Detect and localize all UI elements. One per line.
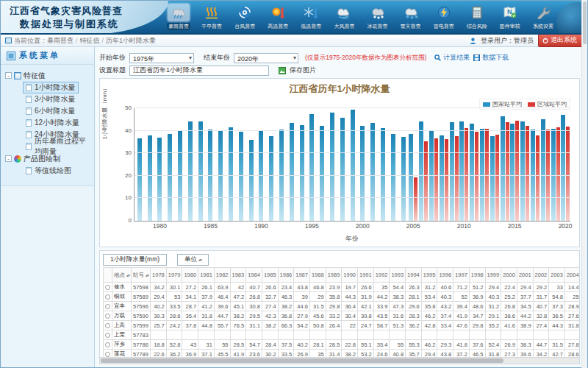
tree-item-6小时降水量[interactable]: 6小时降水量 bbox=[23, 105, 79, 117]
toolbar-item-calculator[interactable]: 综合风险 bbox=[462, 2, 492, 30]
vertical-scrollbar[interactable] bbox=[581, 0, 587, 368]
dataset-selector[interactable]: 1小时降水量(mm) bbox=[103, 254, 167, 266]
bar-regional-2019 bbox=[556, 127, 560, 221]
bar-group-2005[interactable] bbox=[409, 108, 419, 221]
calculate-button[interactable]: 计算结果 bbox=[434, 53, 470, 63]
expander-icon[interactable]: - bbox=[5, 72, 12, 79]
breadcrumb-item[interactable]: 历年1小时降水量 bbox=[106, 37, 156, 44]
bar-group-2003[interactable] bbox=[388, 108, 398, 221]
bar-group-1978[interactable] bbox=[135, 108, 145, 221]
logout-button[interactable]: 退出系统 bbox=[538, 34, 583, 47]
bar-group-1990[interactable] bbox=[257, 108, 267, 221]
toolbar-item-lightning[interactable]: 雷电普查 bbox=[429, 2, 459, 30]
bar-group-2011[interactable] bbox=[469, 108, 479, 221]
bar-group-2015[interactable] bbox=[509, 108, 520, 221]
bar-group-1989[interactable] bbox=[246, 108, 257, 221]
unit-selector[interactable]: 单位▴▾ bbox=[177, 254, 209, 266]
bar-group-1980[interactable] bbox=[155, 108, 165, 221]
row-radio-button[interactable] bbox=[105, 352, 110, 357]
bar-group-2007[interactable] bbox=[429, 108, 439, 221]
toolbar-item-typhoon[interactable]: 台风普查 bbox=[230, 2, 259, 30]
horizontal-scrollbar[interactable] bbox=[100, 357, 579, 364]
expander-icon[interactable]: - bbox=[5, 155, 12, 162]
bar-group-2001[interactable] bbox=[368, 108, 378, 221]
sort-icon[interactable]: ▴▾ bbox=[146, 273, 148, 277]
row-radio-button[interactable] bbox=[105, 285, 110, 290]
bar-group-1983[interactable] bbox=[185, 108, 196, 221]
tree-item-等值线绘图[interactable]: 等值线绘图 bbox=[23, 165, 74, 177]
row-radio-button[interactable] bbox=[105, 333, 110, 338]
bar-group-2013[interactable] bbox=[490, 108, 500, 221]
download-button[interactable]: 数据下载 bbox=[473, 53, 509, 63]
bar-group-2008[interactable] bbox=[439, 108, 449, 221]
bar-group-1985[interactable] bbox=[206, 108, 216, 221]
bar-group-1994[interactable] bbox=[297, 108, 307, 221]
bar-group-1996[interactable] bbox=[317, 108, 327, 221]
bar-group-1988[interactable] bbox=[236, 108, 246, 221]
bar-group-2016[interactable] bbox=[520, 108, 530, 221]
bar-group-2012[interactable] bbox=[479, 108, 490, 221]
bar-group-1984[interactable] bbox=[196, 108, 206, 221]
row-radio-button[interactable] bbox=[105, 314, 110, 319]
toolbar-item-hot[interactable]: 高温普查 bbox=[263, 2, 293, 30]
toolbar-item-heat[interactable]: 干旱普查 bbox=[197, 2, 226, 30]
bar-group-2010[interactable] bbox=[459, 108, 470, 221]
breadcrumb-item[interactable]: 特征值 bbox=[80, 37, 100, 44]
value-cell: 33.5 bbox=[166, 302, 182, 311]
tree-item-1小时降水量[interactable]: 1小时降水量 bbox=[23, 82, 79, 93]
bar-group-1981[interactable] bbox=[165, 108, 175, 221]
bar-group-2002[interactable] bbox=[378, 108, 388, 221]
toolbar-item-cold[interactable]: 低温普查 bbox=[296, 2, 326, 30]
main-content: 开始年份 1975年 结束年份 2020年 (仅显示1975-2020年数据作为… bbox=[95, 47, 587, 367]
bar-group-2000[interactable] bbox=[358, 108, 368, 221]
sort-icon[interactable]: ▴▾ bbox=[126, 273, 129, 277]
start-year-select[interactable]: 1975年 bbox=[129, 53, 194, 63]
bar-group-1995[interactable] bbox=[307, 108, 318, 221]
tree-item-历年暴雨过程平均雨量[interactable]: 历年暴雨过程平均雨量 bbox=[23, 141, 91, 152]
bar-national-2020 bbox=[561, 115, 565, 221]
row-radio-button[interactable] bbox=[105, 323, 110, 328]
station-column-header[interactable]: 站号▴▾ bbox=[132, 268, 151, 283]
toolbar-item-map[interactable]: N图件审核 bbox=[495, 2, 525, 30]
bar-group-1987[interactable] bbox=[226, 108, 236, 221]
bar-group-1986[interactable] bbox=[215, 108, 226, 221]
breadcrumb-item[interactable]: 暴雨普查 bbox=[47, 37, 74, 44]
row-radio-button[interactable] bbox=[105, 304, 110, 309]
save-image-button[interactable]: 保存图片 bbox=[290, 66, 316, 75]
bar-group-1979[interactable] bbox=[145, 108, 155, 221]
bar-group-1997[interactable] bbox=[327, 108, 337, 221]
bar-group-1991[interactable] bbox=[266, 108, 276, 221]
row-radio-button[interactable] bbox=[105, 342, 110, 347]
bar-group-2009[interactable] bbox=[449, 108, 459, 221]
bar-national-1983 bbox=[188, 121, 193, 221]
chart-title-input[interactable] bbox=[129, 66, 269, 76]
bar-group-2018[interactable] bbox=[540, 108, 551, 221]
tree-group-0[interactable]: -特征值 bbox=[5, 69, 91, 82]
bar-group-2017[interactable] bbox=[530, 108, 540, 221]
tree-item-3小时降水量[interactable]: 3小时降水量 bbox=[23, 93, 79, 105]
bar-group-2014[interactable] bbox=[500, 108, 510, 221]
toolbar-item-snow[interactable]: ❄❄❄雪灾普查 bbox=[396, 2, 426, 30]
vscrollbar-thumb[interactable] bbox=[583, 1, 587, 44]
bar-group-2019[interactable] bbox=[551, 108, 561, 221]
end-year-select[interactable]: 2020年 bbox=[234, 53, 298, 63]
tree-item-12小时降水量[interactable]: 12小时降水量 bbox=[23, 117, 82, 129]
scrollbar-thumb[interactable] bbox=[101, 358, 503, 363]
bar-group-1999[interactable] bbox=[348, 108, 358, 221]
bar-group-2006[interactable] bbox=[418, 108, 429, 221]
bar-group-2020[interactable] bbox=[560, 108, 570, 221]
bar-group-1998[interactable] bbox=[337, 108, 348, 221]
place-column-header[interactable]: 地点▴▾ bbox=[112, 268, 132, 283]
toolbar-item-rain[interactable]: 暴雨普查 bbox=[164, 2, 193, 30]
toolbar-item-wrench[interactable]: 系统设置 bbox=[528, 2, 558, 30]
bar-group-2004[interactable] bbox=[398, 108, 409, 221]
value-cell: 38.6 bbox=[501, 311, 517, 321]
value-cell: 37.9 bbox=[198, 292, 215, 302]
bar-group-1982[interactable] bbox=[175, 108, 185, 221]
bar-group-1992[interactable] bbox=[276, 108, 287, 221]
row-radio-button[interactable] bbox=[105, 294, 110, 300]
toolbar-item-hail[interactable]: 冰雹普查 bbox=[362, 2, 392, 30]
bar-group-1993[interactable] bbox=[287, 108, 297, 221]
toolbar-item-wind[interactable]: 大风普查 bbox=[329, 2, 359, 30]
value-cell: 33.4 bbox=[437, 321, 453, 330]
